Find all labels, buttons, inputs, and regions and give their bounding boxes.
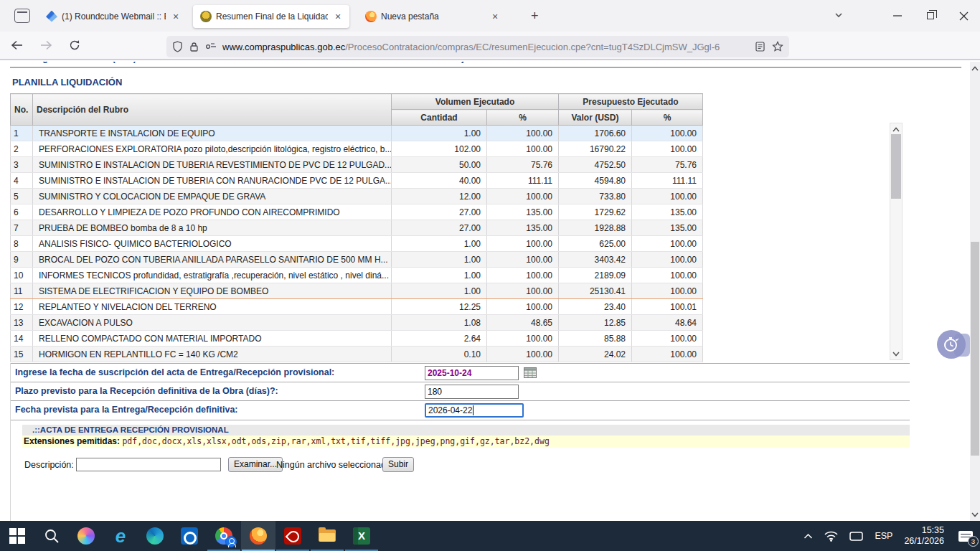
lock-icon[interactable] xyxy=(189,42,199,52)
table-row[interactable]: 8ANALISIS FISICO- QUIMICO BACTERIOLOGICO… xyxy=(11,236,703,252)
row-valor-usd: 4594.80 xyxy=(559,173,632,189)
row-no: 5 xyxy=(11,189,33,204)
language-indicator[interactable]: ESP xyxy=(869,521,898,551)
scrollbar-thumb[interactable] xyxy=(971,242,979,456)
permissions-icon[interactable] xyxy=(205,42,217,51)
tab-nueva-pestana[interactable]: Nueva pestaña × xyxy=(358,5,507,28)
roundcube-favicon xyxy=(46,11,57,22)
bookmark-star-icon[interactable] xyxy=(772,41,783,52)
row-no: 6 xyxy=(11,204,33,220)
header-volumen-pct: % xyxy=(487,110,559,126)
taskbar-file-explorer-button[interactable] xyxy=(310,521,344,551)
row-volumen-pct: 100.00 xyxy=(487,189,559,204)
subir-button[interactable]: Subir xyxy=(382,457,414,472)
taskbar-search-button[interactable] xyxy=(34,521,69,551)
back-button[interactable] xyxy=(6,35,29,55)
tray-chevron-up-icon[interactable] xyxy=(798,521,819,551)
row-no: 4 xyxy=(11,173,33,189)
table-row[interactable]: 7PRUEBA DE BOMBEO bomba de 8 a 10 hp27.0… xyxy=(11,220,703,236)
row-valor-usd: 625.00 xyxy=(559,236,632,252)
table-row[interactable]: 3SUMINISTRO E INSTALACION DE TUBERIA REV… xyxy=(11,157,703,173)
table-row[interactable]: 11SISTEMA DE ELECTRIFICACION Y EQUIPO DE… xyxy=(11,283,703,299)
scroll-down-icon[interactable] xyxy=(970,509,980,519)
header-presupuesto-ejecutado: Presupuesto Ejecutado xyxy=(559,94,703,110)
reader-view-icon[interactable] xyxy=(755,42,765,52)
tab-list-chevron-icon[interactable] xyxy=(834,10,844,23)
descripcion-input[interactable] xyxy=(76,458,221,471)
table-row[interactable]: 6DESARROLLO Y LIMPIEZA DE POZO PROFUNDO … xyxy=(11,204,703,220)
tab-close-icon[interactable]: × xyxy=(489,11,501,22)
taskbar-chrome-button[interactable] xyxy=(207,521,241,551)
tab-resumen-liquidacion[interactable]: Resumen Final de la Liquidación × xyxy=(193,5,349,28)
row-volumen-pct: 111.11 xyxy=(487,173,559,189)
wifi-icon[interactable] xyxy=(819,521,844,551)
url-bar[interactable]: www.compraspublicas.gob.ec/ProcesoContra… xyxy=(166,36,789,57)
new-tab-button[interactable]: + xyxy=(525,7,545,25)
forward-button[interactable] xyxy=(34,35,57,55)
reload-button[interactable] xyxy=(63,35,86,55)
row-presupuesto-pct: 100.00 xyxy=(632,141,703,157)
row-descripcion: REPLANTEO Y NIVELACION DEL TERRENO xyxy=(33,299,392,315)
row-valor-usd: 23.40 xyxy=(559,299,632,315)
row-volumen-pct: 100.00 xyxy=(487,141,559,157)
restore-button[interactable] xyxy=(914,0,947,32)
notification-center-button[interactable]: 3 xyxy=(951,521,980,551)
taskbar-copilot-button[interactable] xyxy=(69,521,103,551)
taskbar-excel-button[interactable]: X xyxy=(344,521,379,551)
row-valor-usd: 1729.62 xyxy=(559,204,632,220)
clock[interactable]: 15:35 26/1/2026 xyxy=(898,521,951,551)
shield-icon[interactable] xyxy=(172,41,183,52)
table-row[interactable]: 14RELLENO COMPACTADO CON MATERIAL IMPORT… xyxy=(11,331,703,347)
scroll-up-icon[interactable] xyxy=(890,124,902,134)
form-row-fecha-definitiva: Fecha prevista para la Entrega/Recepción… xyxy=(10,401,910,420)
row-descripcion: SUMINISTRO E INSTALACION DE TUBERIA CON … xyxy=(33,173,392,189)
windows-logo-icon xyxy=(9,528,25,544)
table-row[interactable]: 13EXCAVACION A PULSO1.0848.6512.8548.64 xyxy=(11,315,703,331)
gob-ec-favicon xyxy=(200,11,212,22)
examinar-button[interactable]: Examinar... xyxy=(228,457,283,472)
taskbar-edge-button[interactable] xyxy=(138,521,172,551)
row-no: 12 xyxy=(11,299,33,315)
minimize-button[interactable] xyxy=(881,0,914,32)
row-valor-usd: 24.02 xyxy=(559,347,632,362)
table-row[interactable]: 2PERFORACIONES EXPLORATORIA pozo piloto,… xyxy=(11,141,703,157)
file-explorer-icon xyxy=(319,527,336,545)
row-volumen-pct: 100.00 xyxy=(487,283,559,299)
fecha-definitiva-input[interactable] xyxy=(425,403,524,418)
plazo-input[interactable] xyxy=(425,385,519,399)
page-scrollbar[interactable] xyxy=(970,62,980,521)
display-connect-icon[interactable] xyxy=(844,521,869,551)
fecha-provisional-input[interactable] xyxy=(425,366,519,380)
excel-icon: X xyxy=(353,527,370,545)
start-button[interactable] xyxy=(0,521,34,551)
taskbar-acrobat-button[interactable] xyxy=(275,521,310,551)
tab-roundcube[interactable]: (1) Roundcube Webmail :: Entra × xyxy=(39,5,187,28)
tab-strip-icon[interactable] xyxy=(14,9,30,23)
firefox-icon xyxy=(250,527,267,545)
close-button[interactable] xyxy=(947,0,980,32)
scroll-up-icon[interactable] xyxy=(970,63,980,73)
table-row[interactable]: 5SUMINISTRO Y COLOCACION DE EMPAQUE DE G… xyxy=(11,189,703,204)
row-presupuesto-pct: 100.00 xyxy=(632,236,703,252)
table-row[interactable]: 9BROCAL DEL POZO CON TUBERIA ANILLADA PA… xyxy=(11,252,703,268)
row-descripcion: TRANSPORTE E INSTALACION DE EQUIPO xyxy=(33,126,392,141)
tab-close-icon[interactable]: × xyxy=(332,11,344,22)
table-row[interactable]: 10INFORMES TECNICOS profundidad, estrati… xyxy=(11,268,703,283)
tab-close-icon[interactable]: × xyxy=(170,11,182,22)
table-row[interactable]: 1TRANSPORTE E INSTALACION DE EQUIPO1.001… xyxy=(11,126,703,141)
row-no: 11 xyxy=(11,283,33,299)
taskbar-internet-explorer-button[interactable]: e xyxy=(103,521,138,551)
row-no: 1 xyxy=(11,126,33,141)
table-row[interactable]: 4SUMINISTRO E INSTALACION DE TUBERIA CON… xyxy=(11,173,703,189)
stopwatch-icon[interactable] xyxy=(937,330,966,359)
calendar-icon[interactable] xyxy=(524,367,537,378)
scroll-down-icon[interactable] xyxy=(890,349,902,359)
table-row[interactable]: 15HORMIGON EN REPLANTILLO FC = 140 KG /C… xyxy=(11,347,703,362)
taskbar-outlook-button[interactable] xyxy=(172,521,207,551)
taskbar-firefox-button[interactable] xyxy=(241,521,275,551)
floating-timer-widget[interactable] xyxy=(937,330,970,360)
scrollbar-thumb[interactable] xyxy=(891,134,901,199)
acrobat-icon xyxy=(284,527,301,545)
table-row[interactable]: 12REPLANTEO Y NIVELACION DEL TERRENO12.2… xyxy=(11,299,703,315)
table-scrollbar[interactable] xyxy=(890,123,903,360)
